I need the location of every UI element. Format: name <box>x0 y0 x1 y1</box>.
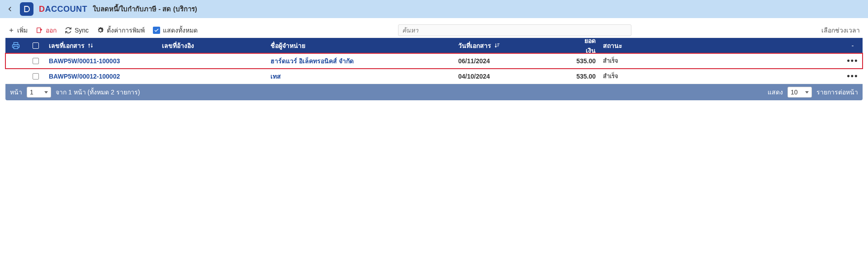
row-actions-button[interactable]: ••• <box>847 71 859 81</box>
per-page-suffix: รายการต่อหน้า <box>816 87 858 97</box>
gear-icon <box>97 27 104 34</box>
row-actions-button[interactable]: ••• <box>847 56 859 65</box>
show-all-toggle[interactable]: แสดงทั้งหมด <box>153 25 198 35</box>
print-column-header[interactable] <box>5 42 26 50</box>
status-cell: สำเร็จ <box>599 56 626 65</box>
column-date[interactable]: วันที่เอกสาร <box>455 41 577 51</box>
table-header: เลขที่เอกสาร เลขที่อ้างอิง ชื่อผู้จำหน่า… <box>5 38 863 53</box>
page-value: 1 <box>30 89 33 96</box>
sync-icon <box>65 27 72 34</box>
date-cell: 04/10/2024 <box>455 73 577 80</box>
sync-button[interactable]: Sync <box>65 27 89 34</box>
app-logo-badge <box>20 2 33 16</box>
row-checkbox[interactable] <box>33 58 39 64</box>
svg-rect-2 <box>37 28 41 33</box>
sort-desc-icon <box>494 42 500 49</box>
select-all-checkbox[interactable] <box>26 42 45 49</box>
page-label: หน้า <box>10 87 22 97</box>
docno-link[interactable]: BAWP5W/00011-100003 <box>45 57 158 65</box>
app-logo-text: DACCOUNT <box>39 5 87 14</box>
printer-icon <box>12 42 20 50</box>
pagination-bar: หน้า 1 จาก 1 หน้า (ทั้งหมด 2 รายการ) แสด… <box>5 84 863 100</box>
status-cell: สำเร็จ <box>599 71 626 81</box>
column-vendor[interactable]: ชื่อผู้จำหน่าย <box>267 41 455 51</box>
back-button[interactable] <box>5 5 14 14</box>
print-settings-button[interactable]: ตั้งค่าการพิมพ์ <box>97 25 145 35</box>
search-wrap <box>398 24 631 36</box>
add-label: เพิ่ม <box>17 25 28 35</box>
app-header: DACCOUNT ใบลดหนี้/ใบกำกับภาษี - สด (บริก… <box>0 0 868 18</box>
show-label: แสดง <box>768 87 783 97</box>
export-label: ออก <box>46 25 57 35</box>
date-cell: 06/11/2024 <box>455 57 577 65</box>
column-actions: - <box>843 42 863 49</box>
plus-icon <box>8 27 14 33</box>
per-page-value: 10 <box>791 89 798 96</box>
page-title: ใบลดหนี้/ใบกำกับภาษี - สด (บริการ) <box>93 4 197 14</box>
sync-label: Sync <box>75 27 89 34</box>
toolbar: เพิ่ม ออก Sync ตั้งค่าการพิมพ์ แสดงทั้งห… <box>5 23 863 38</box>
amount-cell: 535.00 <box>577 57 599 65</box>
row-checkbox[interactable] <box>33 73 39 80</box>
column-amount[interactable]: ยอดเงิน <box>577 36 599 56</box>
vendor-link[interactable]: ฮาร์ดแวร์ อิเล็คทรอนิคส์ จำกัด <box>267 56 455 66</box>
show-all-label: แสดงทั้งหมด <box>163 25 198 35</box>
column-ref[interactable]: เลขที่อ้างอิง <box>158 41 267 51</box>
arrow-left-icon <box>6 5 14 13</box>
print-settings-label: ตั้งค่าการพิมพ์ <box>107 25 145 35</box>
date-range-button[interactable]: เลือกช่วงเวลา <box>821 25 860 35</box>
svg-rect-4 <box>14 42 18 45</box>
amount-cell: 535.00 <box>577 73 599 80</box>
table-row[interactable]: BAWP5W/00011-100003ฮาร์ดแวร์ อิเล็คทรอนิ… <box>5 53 863 69</box>
search-input[interactable] <box>398 24 631 36</box>
page-summary: จาก 1 หน้า (ทั้งหมด 2 รายการ) <box>56 87 140 97</box>
logo-icon <box>23 5 31 13</box>
per-page-select[interactable]: 10 <box>787 87 812 98</box>
vendor-link[interactable]: เทส <box>267 71 455 81</box>
table-row[interactable]: BAWP5W/00012-100002เทส04/10/2024535.00สำ… <box>5 69 863 84</box>
caret-down-icon <box>805 91 809 94</box>
export-icon <box>36 27 43 34</box>
caret-down-icon <box>44 91 48 94</box>
checkbox-checked-icon <box>153 27 160 34</box>
column-docno[interactable]: เลขที่เอกสาร <box>45 41 158 51</box>
add-button[interactable]: เพิ่ม <box>8 25 28 35</box>
sort-icon <box>87 42 94 49</box>
svg-rect-3 <box>14 47 18 49</box>
document-table: เลขที่เอกสาร เลขที่อ้างอิง ชื่อผู้จำหน่า… <box>5 38 863 84</box>
page-select[interactable]: 1 <box>27 87 51 98</box>
docno-link[interactable]: BAWP5W/00012-100002 <box>45 73 158 80</box>
export-button[interactable]: ออก <box>36 25 57 35</box>
column-status[interactable]: สถานะ <box>599 41 626 51</box>
